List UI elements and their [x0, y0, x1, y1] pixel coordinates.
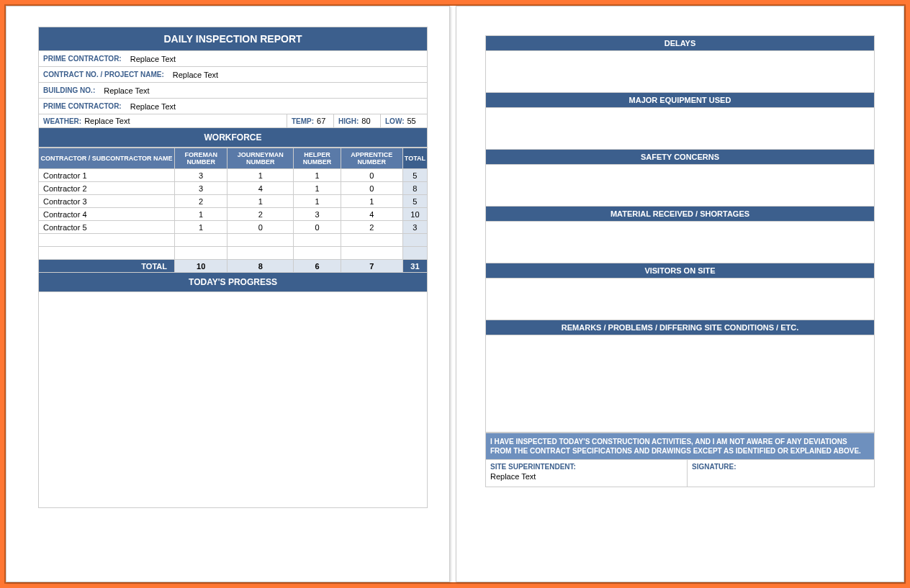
contract-no-value[interactable]: Replace Text [168, 68, 222, 81]
table-row: Contractor 131105 [39, 169, 428, 182]
report-title: DAILY INSPECTION REPORT [38, 27, 428, 51]
todays-progress-header: TODAY'S PROGRESS [38, 273, 428, 292]
cell-name[interactable]: Contractor 5 [39, 221, 175, 234]
cell-helper[interactable]: 1 [294, 195, 341, 208]
safety-header: SAFETY CONCERNS [485, 150, 875, 165]
superintendent-value[interactable]: Replace Text [490, 472, 682, 481]
cell-journeyman[interactable]: 1 [227, 195, 294, 208]
cell-journeyman[interactable]: 2 [227, 208, 294, 221]
workforce-table: CONTRACTOR / SUBCONTRACTOR NAME FOREMAN … [38, 148, 428, 273]
temp-value[interactable]: 67 [317, 117, 325, 125]
delays-header: DELAYS [485, 35, 875, 51]
equipment-header: MAJOR EQUIPMENT USED [485, 93, 875, 108]
statement-text: I HAVE INSPECTED TODAY'S CONSTRUCTION AC… [485, 433, 875, 460]
page-2: DELAYS MAJOR EQUIPMENT USED SAFETY CONCE… [456, 6, 904, 582]
todays-progress-box[interactable] [38, 292, 428, 508]
remarks-header: REMARKS / PROBLEMS / DIFFERING SITE COND… [485, 320, 875, 335]
total-helper: 6 [294, 260, 341, 273]
total-sum: 31 [402, 260, 427, 273]
building-no-value[interactable]: Replace Text [99, 84, 153, 97]
high-value[interactable]: 80 [361, 117, 370, 125]
delays-box[interactable] [485, 51, 875, 93]
cell-name[interactable]: Contractor 1 [39, 169, 175, 182]
weather-label: WEATHER: [43, 117, 81, 125]
cell-name[interactable]: Contractor 3 [39, 195, 175, 208]
col-name: CONTRACTOR / SUBCONTRACTOR NAME [39, 148, 175, 169]
workforce-totals-row: TOTAL 10 8 6 7 31 [39, 260, 428, 273]
cell-total: 5 [402, 195, 427, 208]
prime-contractor2-value[interactable]: Replace Text [126, 100, 180, 113]
cell-name[interactable]: Contractor 4 [39, 208, 175, 221]
prime-contractor2-row: PRIME CONTRACTOR: Replace Text [38, 99, 428, 114]
page-1: DAILY INSPECTION REPORT PRIME CONTRACTOR… [6, 6, 450, 582]
total-label: TOTAL [39, 260, 175, 273]
cell-apprentice[interactable]: 1 [341, 195, 402, 208]
visitors-header: VISITORS ON SITE [485, 263, 875, 279]
temp-cell: TEMP: 67 [287, 114, 333, 127]
building-no-row: BUILDING NO.: Replace Text [38, 83, 428, 99]
contract-no-label: CONTRACT NO. / PROJECT NAME: [39, 68, 168, 81]
cell-journeyman[interactable]: 4 [227, 182, 294, 195]
col-total: TOTAL [402, 148, 427, 169]
cell-journeyman[interactable]: 1 [227, 169, 294, 182]
cell-apprentice[interactable]: 2 [341, 221, 402, 234]
material-header: MATERIAL RECEIVED / SHORTAGES [485, 207, 875, 222]
remarks-box[interactable] [485, 335, 875, 433]
workforce-header: WORKFORCE [38, 128, 428, 148]
cell-foreman[interactable]: 1 [175, 208, 227, 221]
col-foreman: FOREMAN NUMBER [175, 148, 227, 169]
signature-label: SIGNATURE: [692, 463, 870, 471]
cell-helper[interactable]: 1 [294, 169, 341, 182]
safety-box[interactable] [485, 165, 875, 207]
signature-row: SITE SUPERINTENDENT: Replace Text SIGNAT… [485, 460, 875, 487]
visitors-box[interactable] [485, 279, 875, 320]
table-row: Contractor 321115 [39, 195, 428, 208]
low-cell: LOW: 55 [380, 114, 427, 127]
cell-total: 5 [402, 169, 427, 182]
cell-apprentice[interactable]: 0 [341, 169, 402, 182]
cell-apprentice[interactable]: 4 [341, 208, 402, 221]
total-apprentice: 7 [341, 260, 402, 273]
cell-total: 8 [402, 182, 427, 195]
cell-total: 10 [402, 208, 427, 221]
col-journeyman: JOURNEYMAN NUMBER [227, 148, 294, 169]
weather-value[interactable]: Replace Text [84, 117, 130, 125]
low-value[interactable]: 55 [407, 117, 415, 125]
table-row: Contractor 4123410 [39, 208, 428, 221]
cell-apprentice[interactable]: 0 [341, 182, 402, 195]
cell-foreman[interactable]: 1 [175, 221, 227, 234]
prime-contractor-label: PRIME CONTRACTOR: [39, 53, 126, 65]
material-box[interactable] [485, 222, 875, 263]
cell-total: 3 [402, 221, 427, 234]
col-helper: HELPER NUMBER [294, 148, 341, 169]
col-apprentice: APPRENTICE NUMBER [341, 148, 402, 169]
cell-helper[interactable]: 3 [294, 208, 341, 221]
total-foreman: 10 [175, 260, 227, 273]
cell-foreman[interactable]: 2 [175, 195, 227, 208]
table-row: Contractor 234108 [39, 182, 428, 195]
prime-contractor-row: PRIME CONTRACTOR: Replace Text [38, 51, 428, 67]
building-no-label: BUILDING NO.: [39, 84, 99, 96]
prime-contractor-value[interactable]: Replace Text [126, 53, 180, 65]
cell-foreman[interactable]: 3 [175, 169, 227, 182]
prime-contractor2-label: PRIME CONTRACTOR: [39, 100, 126, 112]
cell-foreman[interactable]: 3 [175, 182, 227, 195]
document-frame: DAILY INSPECTION REPORT PRIME CONTRACTOR… [4, 4, 906, 584]
table-row: Contractor 510023 [39, 221, 428, 234]
cell-journeyman[interactable]: 0 [227, 221, 294, 234]
high-cell: HIGH: 80 [333, 114, 380, 127]
cell-helper[interactable]: 0 [294, 221, 341, 234]
superintendent-label: SITE SUPERINTENDENT: [490, 463, 682, 471]
cell-name[interactable]: Contractor 2 [39, 182, 175, 195]
cell-helper[interactable]: 1 [294, 182, 341, 195]
total-journeyman: 8 [227, 260, 294, 273]
equipment-box[interactable] [485, 108, 875, 150]
contract-no-row: CONTRACT NO. / PROJECT NAME: Replace Tex… [38, 67, 428, 83]
weather-row: WEATHER: Replace Text TEMP: 67 HIGH: 80 … [38, 114, 428, 128]
